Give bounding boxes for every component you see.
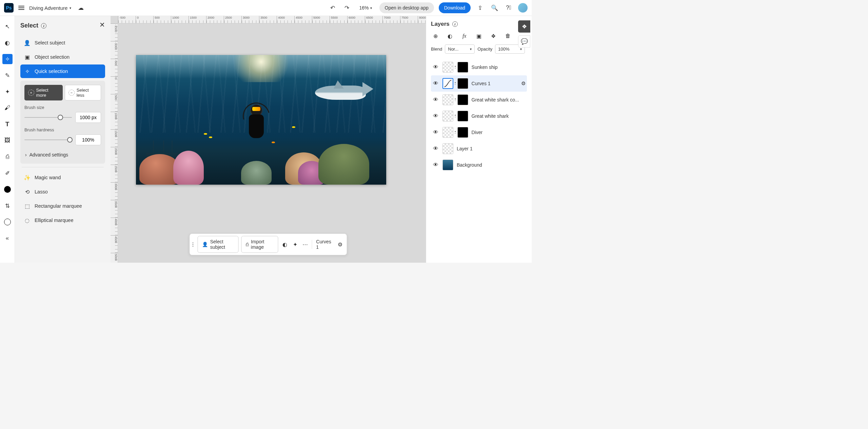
select-more-button[interactable]: + Select more [24,85,63,100]
mask-thumbnail[interactable] [457,127,468,138]
link-icon[interactable]: •▫ [455,98,456,101]
info-icon[interactable]: i [41,23,46,29]
layer-row[interactable]: 👁Background [431,157,527,173]
layer-row[interactable]: 👁•▫Curves 1⚙ [431,75,527,92]
search-icon[interactable]: 🔍 [490,3,499,13]
brush-hardness-slider[interactable] [24,139,72,140]
document-title[interactable]: Diving Adventure ▾ [29,5,71,11]
lasso-icon: ⟲ [24,188,31,195]
select-subject-button[interactable]: 👤 Select subject [198,236,239,253]
adjust-tool-icon[interactable]: ◐ [2,38,13,48]
lasso-item[interactable]: ⟲ Lasso [20,185,105,199]
drag-handle-icon[interactable] [193,242,194,247]
brush-size-slider[interactable] [24,117,72,118]
canvas-artboard[interactable] [136,55,386,185]
adjust-icon[interactable]: ◐ [281,240,289,249]
close-panel-icon[interactable]: ✕ [99,21,105,29]
layer-thumbnail[interactable] [442,78,453,89]
info-icon[interactable]: i [452,21,458,27]
group-icon[interactable]: ❖ [490,32,497,40]
select-less-button[interactable]: − Select less [65,85,101,100]
magic-wand-item[interactable]: ✨ Magic wand [20,171,105,184]
open-desktop-button[interactable]: Open in desktop app [379,2,434,13]
quick-select-tool-icon[interactable]: ✧ [2,54,13,64]
person-icon: 👤 [202,242,208,247]
mask-thumbnail[interactable] [457,78,468,89]
import-image-button[interactable]: ⎙ Import image [241,236,278,253]
link-icon[interactable]: •▫ [455,114,456,118]
undo-icon[interactable]: ↶ [328,3,337,13]
user-avatar[interactable] [518,3,528,13]
layer-row[interactable]: 👁•▫Great white shark [431,108,527,124]
brush-tool-icon[interactable]: 🖌 [2,103,13,113]
fx-icon[interactable]: fx [461,32,468,40]
delete-icon[interactable]: 🗑 [504,32,512,40]
layer-thumbnail[interactable] [442,94,453,105]
link-icon[interactable]: •▫ [455,82,456,85]
quick-selection-item[interactable]: ✧ Quick selection [20,64,105,78]
background-color[interactable] [2,217,13,227]
layer-thumbnail[interactable] [442,127,453,138]
brush-hardness-input[interactable] [75,134,101,145]
visibility-icon[interactable]: 👁 [432,64,439,70]
swap-colors-icon[interactable]: ⇅ [2,201,13,211]
image-tool-icon[interactable]: 🖼 [2,135,13,146]
adjustment-layer-icon[interactable]: ◐ [446,32,454,40]
heal-tool-icon[interactable]: ✎ [2,70,13,80]
download-button[interactable]: Download [439,2,471,13]
sparkle-icon[interactable]: ✦ [291,240,299,249]
mask-thumbnail[interactable] [457,94,468,105]
rectangular-marquee-item[interactable]: ⬚ Rectangular marquee [20,199,105,213]
right-side-tabs: ❖ 💬 [518,20,532,48]
link-icon[interactable]: •▫ [455,131,456,134]
layer-properties-icon[interactable]: ⚙ [336,240,344,249]
import-image-tool-icon[interactable]: ⎙ [2,152,13,162]
zoom-control[interactable]: 16% ▾ [359,5,372,11]
layer-row[interactable]: 👁Layer 1 [431,141,527,157]
elliptical-marquee-item[interactable]: ◌ Elliptical marquee [20,213,105,227]
comments-tab-icon[interactable]: 💬 [518,35,530,48]
object-selection-item[interactable]: ▣ Object selection [20,50,105,64]
share-icon[interactable]: ⇪ [475,3,485,13]
add-layer-icon[interactable]: ⊕ [432,32,439,40]
layer-thumbnail[interactable] [442,62,453,73]
cloud-sync-icon[interactable]: ☁ [76,3,85,13]
blend-mode-dropdown[interactable]: Nor...▾ [445,44,475,54]
menu-icon[interactable] [18,6,24,10]
layer-row[interactable]: 👁•▫Great white shark co... [431,92,527,108]
visibility-icon[interactable]: 👁 [432,162,439,168]
select-subject-item[interactable]: 👤 Select subject [20,36,105,50]
layer-row[interactable]: 👁•▫Sunken ship [431,59,527,75]
type-tool-icon[interactable]: T [2,119,13,129]
ruler-vertical: -1500-1000-50005001000150020002500300035… [111,23,118,263]
foreground-color[interactable] [2,184,13,194]
collapse-toolbar-icon[interactable]: « [2,233,13,243]
help-icon[interactable]: ?⃝ [504,3,513,13]
zoom-value: 16% [359,5,369,11]
visibility-icon[interactable]: 👁 [432,113,439,119]
advanced-settings-toggle[interactable]: › Advanced settings [24,150,101,160]
more-icon[interactable]: ⋯ [301,240,309,249]
sparkle-tool-icon[interactable]: ✦ [2,87,13,97]
mask-thumbnail[interactable] [457,111,468,122]
eyedropper-tool-icon[interactable]: ✐ [2,168,13,178]
layer-thumbnail[interactable] [442,160,453,170]
layer-properties-icon[interactable]: ⚙ [521,80,526,87]
redo-icon[interactable]: ↷ [342,3,352,13]
mask-icon[interactable]: ▣ [475,32,482,40]
ruler-horizontal: -500050010001500200025003000350040004500… [118,16,426,23]
chevron-down-icon: ▾ [370,6,372,10]
visibility-icon[interactable]: 👁 [432,80,439,87]
layer-thumbnail[interactable] [442,143,453,154]
visibility-icon[interactable]: 👁 [432,129,439,135]
layer-thumbnail[interactable] [442,111,453,122]
top-bar: Ps Diving Adventure ▾ ☁ ↶ ↷ 16% ▾ Open i… [0,0,532,16]
layer-row[interactable]: 👁•▫Diver [431,124,527,141]
layers-tab-icon[interactable]: ❖ [518,20,530,33]
mask-thumbnail[interactable] [457,62,468,73]
move-tool-icon[interactable]: ↖ [2,21,13,32]
visibility-icon[interactable]: 👁 [432,146,439,152]
visibility-icon[interactable]: 👁 [432,97,439,103]
brush-size-input[interactable] [75,112,101,123]
link-icon[interactable]: •▫ [455,66,456,69]
